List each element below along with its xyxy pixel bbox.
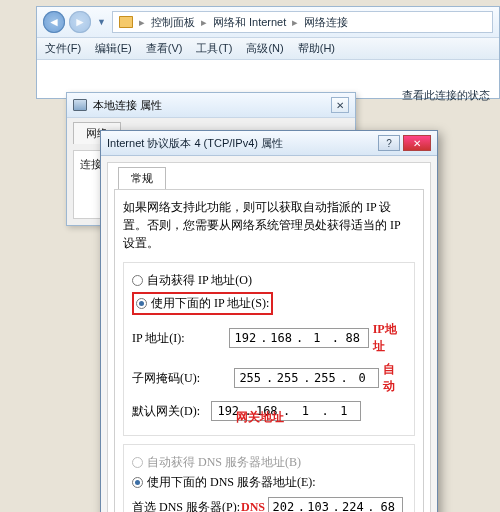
breadcrumb-item[interactable]: 网络和 Internet (213, 15, 286, 30)
gateway-input[interactable]: 192. 168. 1. 1 (211, 401, 361, 421)
menu-file[interactable]: 文件(F) (45, 41, 81, 56)
annotation-auto: 自动 (383, 361, 406, 395)
ipv4-properties-dialog: Internet 协议版本 4 (TCP/IPv4) 属性 ? ✕ 常规 如果网… (100, 130, 438, 512)
dialog-title: Internet 协议版本 4 (TCP/IPv4) 属性 (107, 136, 283, 151)
close-icon[interactable]: ✕ (331, 97, 349, 113)
ip-group: 自动获得 IP 地址(O) 使用下面的 IP 地址(S): IP 地址(I): … (123, 262, 415, 436)
explorer-nav: ◄ ► ▼ ▸ 控制面板 ▸ 网络和 Internet ▸ 网络连接 (37, 7, 499, 38)
menu-help[interactable]: 帮助(H) (298, 41, 335, 56)
dns-group: 自动获得 DNS 服务器地址(B) 使用下面的 DNS 服务器地址(E): 首选… (123, 444, 415, 512)
close-button[interactable]: ✕ (403, 135, 431, 151)
subnet-mask-input[interactable]: 255. 255. 255. 0 (234, 368, 379, 388)
menu-edit[interactable]: 编辑(E) (95, 41, 132, 56)
radio-auto-dns: 自动获得 DNS 服务器地址(B) (132, 454, 406, 471)
label-mask: 子网掩码(U): (132, 370, 234, 387)
ipv4-titlebar[interactable]: Internet 协议版本 4 (TCP/IPv4) 属性 ? ✕ (101, 131, 437, 156)
explorer-window: ◄ ► ▼ ▸ 控制面板 ▸ 网络和 Internet ▸ 网络连接 文件(F)… (36, 6, 500, 99)
ip-address-input[interactable]: 192. 168. 1. 88 (229, 328, 368, 348)
explorer-menu: 文件(F) 编辑(E) 查看(V) 工具(T) 高级(N) 帮助(H) (37, 38, 499, 60)
dialog-title: 本地连接 属性 (93, 98, 162, 113)
annotation-ip: IP地址 (373, 321, 406, 355)
menu-view[interactable]: 查看(V) (146, 41, 183, 56)
breadcrumb[interactable]: ▸ 控制面板 ▸ 网络和 Internet ▸ 网络连接 (112, 11, 493, 33)
label-ip: IP 地址(I): (132, 330, 229, 347)
forward-button[interactable]: ► (69, 11, 91, 33)
dns1-input[interactable]: 202. 103. 224. 68 (268, 497, 403, 512)
folder-icon (119, 16, 133, 28)
radio-manual-ip[interactable]: 使用下面的 IP 地址(S): (132, 292, 406, 315)
back-button[interactable]: ◄ (43, 11, 65, 33)
radio-icon (132, 275, 143, 286)
label-dns1: 首选 DNS 服务器(P): (132, 499, 237, 513)
radio-icon (136, 298, 147, 309)
radio-icon (132, 457, 143, 468)
radio-manual-dns[interactable]: 使用下面的 DNS 服务器地址(E): (132, 474, 406, 491)
history-dropdown-icon[interactable]: ▼ (97, 17, 106, 27)
radio-auto-ip[interactable]: 自动获得 IP 地址(O) (132, 272, 406, 289)
description-text: 如果网络支持此功能，则可以获取自动指派的 IP 设置。否则，您需要从网络系统管理… (123, 198, 415, 252)
status-link[interactable]: 查看此连接的状态 (402, 88, 490, 103)
network-icon (73, 99, 87, 111)
nic-titlebar[interactable]: 本地连接 属性 ✕ (67, 93, 355, 118)
annotation-dns: DNS (241, 500, 265, 513)
breadcrumb-item[interactable]: 网络连接 (304, 15, 348, 30)
menu-advanced[interactable]: 高级(N) (246, 41, 283, 56)
menu-tools[interactable]: 工具(T) (196, 41, 232, 56)
radio-icon (132, 477, 143, 488)
help-button[interactable]: ? (378, 135, 400, 151)
tab-general[interactable]: 常规 (118, 167, 166, 189)
annotation-gateway: 网关地址 (236, 409, 284, 426)
breadcrumb-item[interactable]: 控制面板 (151, 15, 195, 30)
